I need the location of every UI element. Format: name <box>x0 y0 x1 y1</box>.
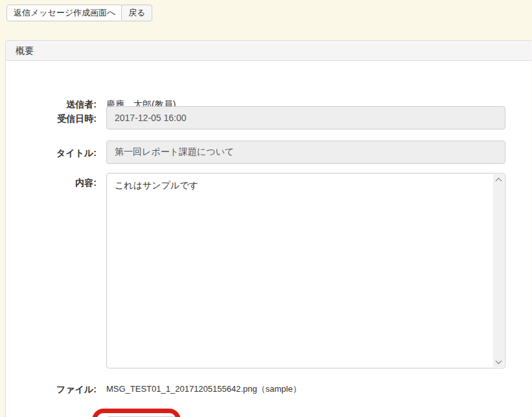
attached-file-name: MSG_TEST01_1_20171205155642.png（sample） <box>106 383 301 395</box>
textarea-scrollbar[interactable] <box>493 174 504 367</box>
title-input[interactable] <box>106 141 505 164</box>
file-label: ファイル: <box>6 384 97 396</box>
scroll-up-icon[interactable] <box>493 174 504 185</box>
title-label: タイトル: <box>6 148 97 159</box>
summary-panel: 概要 送信者: 慶應 太郎(教員) 受信日時: タイトル: 内容: これはサンプ… <box>5 40 531 417</box>
back-button[interactable]: 戻る <box>121 5 152 21</box>
sender-label: 送信者: <box>6 99 97 111</box>
scroll-down-icon[interactable] <box>493 356 504 367</box>
received-datetime-label: 受信日時: <box>6 113 97 125</box>
panel-body: 送信者: 慶應 太郎(教員) 受信日時: タイトル: 内容: これはサンプルです… <box>6 61 531 417</box>
content-textarea[interactable]: これはサンプルです <box>106 173 505 368</box>
received-datetime-input[interactable] <box>106 106 505 130</box>
panel-header: 概要 <box>6 41 531 61</box>
reply-message-button[interactable]: 返信メッセージ作成画面へ <box>6 5 123 21</box>
content-label: 内容: <box>6 177 97 189</box>
content-text: これはサンプルです <box>115 180 485 192</box>
